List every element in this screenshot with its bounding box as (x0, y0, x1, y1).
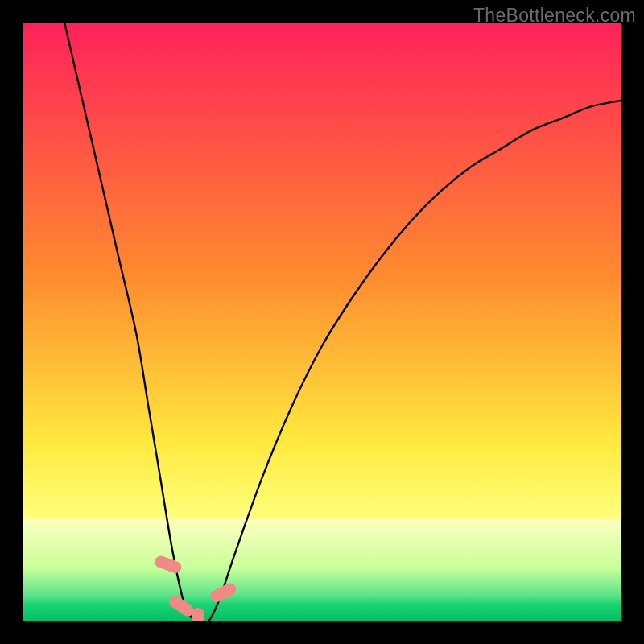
curve-layer (23, 23, 621, 621)
plot-area (23, 23, 621, 621)
attribution-watermark: TheBottleneck.com (473, 5, 636, 27)
bottleneck-curve (64, 23, 621, 621)
chart-stage: TheBottleneck.com (0, 0, 644, 644)
